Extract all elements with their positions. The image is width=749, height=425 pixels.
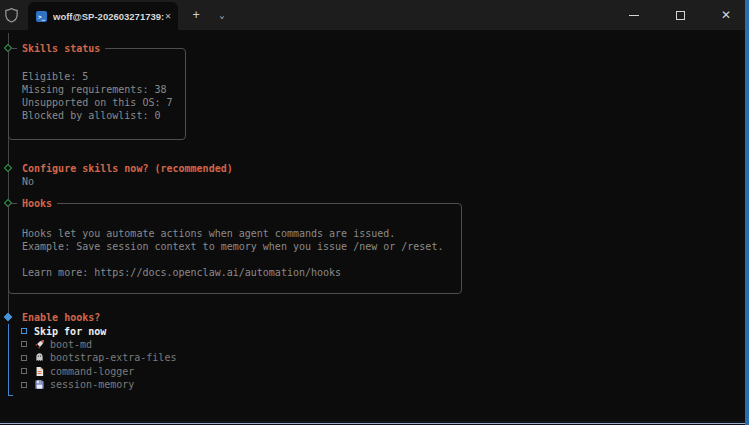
shield-icon bbox=[4, 7, 19, 23]
skills-unsupported: Unsupported on this OS: 7 bbox=[22, 96, 173, 109]
hook-option-label[interactable]: Skip for now bbox=[34, 325, 106, 338]
close-icon: ✕ bbox=[721, 9, 731, 21]
hook-option-label[interactable]: boot-md bbox=[50, 338, 92, 351]
step-diamond-configure bbox=[4, 164, 12, 172]
tab-dropdown-button[interactable]: ⌄ bbox=[212, 0, 232, 30]
maximize-icon bbox=[676, 11, 685, 20]
checkbox-session-memory[interactable] bbox=[21, 382, 27, 388]
window-bottom-edge bbox=[0, 421, 749, 425]
ghost-icon bbox=[34, 352, 45, 363]
tab-close-icon[interactable]: ✕ bbox=[165, 11, 171, 21]
skills-eligible: Eligible: 5 bbox=[22, 70, 88, 83]
configure-skills-answer: No bbox=[22, 175, 34, 188]
step-diamond-enable-hooks bbox=[4, 313, 12, 321]
background-window-accent-border bbox=[745, 0, 749, 425]
title-bar: >_ woff@SP-202603271739: /mnt ✕ + ⌄ ✕ bbox=[0, 0, 749, 30]
background-window-edge bbox=[0, 423, 749, 424]
checkbox-command-logger[interactable] bbox=[21, 368, 27, 374]
skills-blocked: Blocked by allowlist: 0 bbox=[22, 109, 160, 122]
powershell-icon: >_ bbox=[36, 11, 47, 22]
skills-missing-requirements: Missing requirements: 38 bbox=[22, 83, 167, 96]
checkbox-bootstrap-extra-files[interactable] bbox=[21, 355, 27, 361]
checkbox-skip[interactable] bbox=[21, 328, 27, 334]
hook-option-label[interactable]: bootstrap-extra-files bbox=[50, 351, 176, 364]
hooks-description-line1: Hooks let you automate actions when agen… bbox=[22, 227, 395, 240]
rocket-icon bbox=[34, 339, 45, 350]
hooks-description-line2: Example: Save session context to memory … bbox=[22, 240, 443, 253]
checkbox-boot-md[interactable] bbox=[21, 341, 27, 347]
terminal-tab[interactable]: >_ woff@SP-202603271739: /mnt ✕ bbox=[28, 2, 178, 30]
minimize-icon bbox=[629, 15, 639, 16]
document-icon bbox=[34, 366, 45, 377]
configure-skills-question: Configure skills now? (recommended) bbox=[22, 162, 233, 175]
close-button[interactable]: ✕ bbox=[703, 0, 749, 30]
hooks-title: Hooks bbox=[17, 197, 57, 210]
terminal-content: Skills status Eligible: 5 Missing requir… bbox=[0, 30, 745, 421]
hook-option-label[interactable]: command-logger bbox=[50, 365, 134, 378]
active-prompt-line bbox=[8, 324, 13, 396]
floppy-disk-icon bbox=[34, 379, 45, 390]
hooks-learn-more-link[interactable]: Learn more: https://docs.openclaw.ai/aut… bbox=[22, 266, 341, 279]
maximize-button[interactable] bbox=[657, 0, 703, 30]
skills-status-title: Skills status bbox=[17, 42, 105, 55]
tab-title: woff@SP-202603271739: /mnt bbox=[53, 11, 165, 22]
new-tab-button[interactable]: + bbox=[186, 0, 206, 30]
hook-option-label[interactable]: session-memory bbox=[50, 378, 134, 391]
enable-hooks-question: Enable hooks? bbox=[22, 311, 100, 324]
terminal-window: >_ woff@SP-202603271739: /mnt ✕ + ⌄ ✕ Sk… bbox=[0, 0, 749, 425]
minimize-button[interactable] bbox=[611, 0, 657, 30]
